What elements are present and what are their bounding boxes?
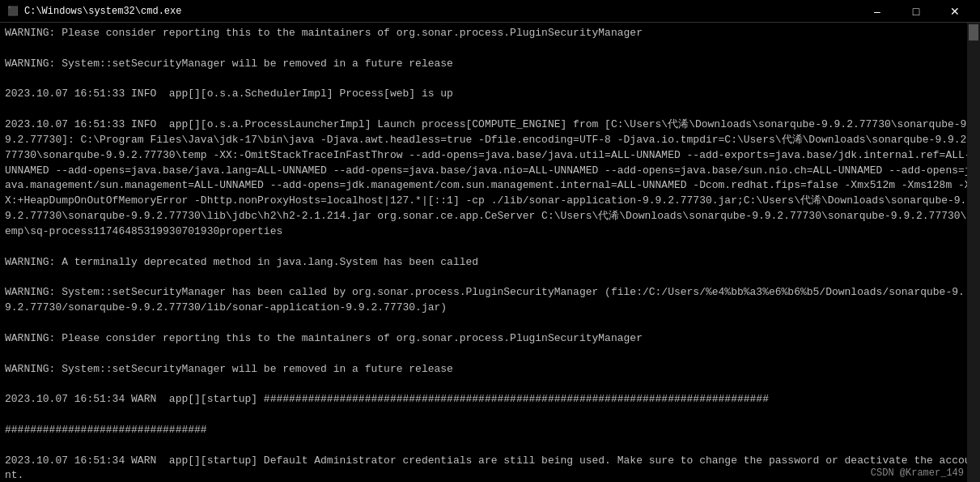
terminal-line: WARNING: System::setSecurityManager will… bbox=[5, 362, 975, 377]
close-button[interactable]: ✕ bbox=[936, 2, 974, 20]
title-bar: ⬛ C:\Windows\system32\cmd.exe – □ ✕ bbox=[0, 0, 980, 23]
terminal-line: WARNING: Please consider reporting this … bbox=[5, 26, 975, 41]
minimize-button[interactable]: – bbox=[859, 2, 896, 20]
title-bar-left: ⬛ C:\Windows\system32\cmd.exe bbox=[6, 5, 181, 18]
terminal-output: WARNING: Please consider reporting this … bbox=[5, 26, 975, 482]
window-title: C:\Windows\system32\cmd.exe bbox=[24, 6, 181, 17]
terminal-line: 2023.10.07 16:51:34 WARN app[][startup] … bbox=[5, 454, 975, 482]
terminal-line: 2023.10.07 16:51:34 WARN app[][startup] … bbox=[5, 392, 975, 407]
maximize-button[interactable]: □ bbox=[897, 2, 935, 20]
title-bar-controls: – □ ✕ bbox=[859, 2, 974, 20]
cmd-icon: ⬛ bbox=[6, 5, 19, 18]
watermark: CSDN @Kramer_149 bbox=[871, 467, 964, 479]
terminal-line: WARNING: Please consider reporting this … bbox=[5, 331, 975, 347]
terminal-line: ################################ bbox=[5, 423, 975, 438]
terminal-line: 2023.10.07 16:51:33 INFO app[][o.s.a.Pro… bbox=[5, 117, 975, 240]
terminal-line: 2023.10.07 16:51:33 INFO app[][o.s.a.Sch… bbox=[5, 87, 975, 102]
scrollbar[interactable] bbox=[967, 23, 980, 482]
scrollbar-thumb[interactable] bbox=[969, 24, 978, 41]
terminal-body: WARNING: Please consider reporting this … bbox=[0, 23, 980, 482]
terminal-line: WARNING: A terminally deprecated method … bbox=[5, 255, 975, 271]
terminal-line: WARNING: System::setSecurityManager has … bbox=[5, 285, 975, 316]
terminal-line: WARNING: System::setSecurityManager will… bbox=[5, 57, 975, 72]
